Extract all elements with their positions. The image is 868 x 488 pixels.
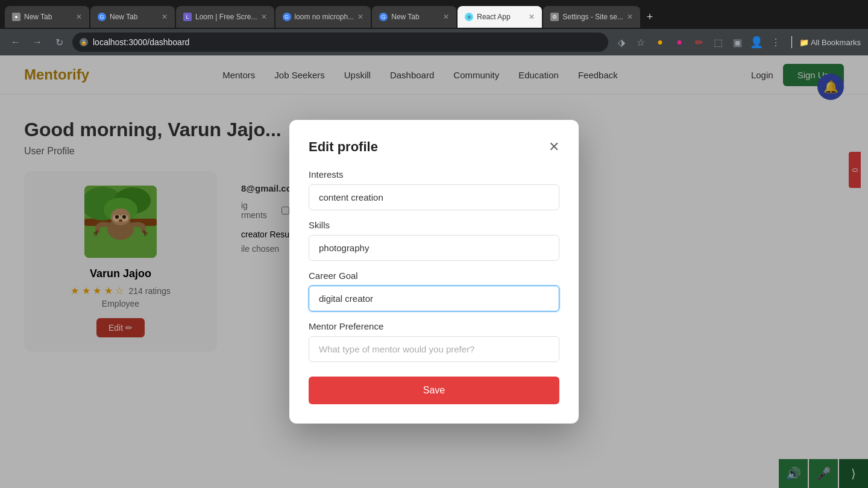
lock-icon: 🔒 — [80, 38, 88, 46]
interests-label: Interests — [309, 169, 559, 180]
browser-tab-7[interactable]: ⚙ Settings - Site se... ✕ — [543, 6, 640, 28]
tab-close-2[interactable]: ✕ — [162, 13, 168, 21]
career-goal-group: Career Goal — [309, 271, 559, 311]
tab-title-6: React App — [477, 13, 510, 21]
tab-title-2: New Tab — [110, 13, 137, 21]
toolbar-actions: ⬗ ☆ ● ● ✏ ⬚ ▣ 👤 ⋮ — [613, 34, 784, 51]
page: Mentorify Mentors Job Seekers Upskill Da… — [0, 55, 868, 488]
tab-title-3: Loom | Free Scre... — [195, 13, 257, 21]
extension-icon-1[interactable]: ● — [671, 34, 688, 51]
cast-icon[interactable]: ⬗ — [613, 34, 630, 51]
mentor-preference-label: Mentor Preference — [309, 321, 559, 331]
browser-tab-4[interactable]: G loom no microph... ✕ — [275, 6, 371, 28]
menu-button[interactable]: ⋮ — [767, 34, 784, 51]
tab-favicon-6: ⚛ — [465, 13, 473, 21]
browser-tab-6[interactable]: ⚛ React App ✕ — [458, 6, 542, 28]
browser-tab-3[interactable]: L Loom | Free Scre... ✕ — [176, 6, 274, 28]
profile-icon[interactable]: ● — [652, 34, 668, 51]
browser-chrome: ● New Tab ✕ G New Tab ✕ L Loom | Free Sc… — [0, 0, 868, 55]
user-avatar[interactable]: 👤 — [748, 34, 765, 51]
forward-button[interactable]: → — [29, 34, 46, 51]
tab-favicon-4: G — [283, 13, 291, 21]
toolbar-divider — [791, 36, 792, 48]
tab-title-1: New Tab — [24, 13, 52, 21]
tab-close-5[interactable]: ✕ — [443, 13, 449, 21]
skills-label: Skills — [309, 220, 559, 230]
bookmark-icon[interactable]: ☆ — [632, 34, 649, 51]
tab-close-4[interactable]: ✕ — [357, 13, 363, 21]
tab-favicon-3: L — [183, 13, 192, 21]
address-bar[interactable]: 🔒 localhost:3000/dashboard — [72, 33, 608, 52]
url-text: localhost:3000/dashboard — [93, 37, 189, 47]
tab-favicon-7: ⚙ — [550, 13, 559, 21]
extension-icon-2[interactable]: ✏ — [690, 34, 707, 51]
mentor-preference-input[interactable] — [309, 336, 559, 362]
browser-tabs: ● New Tab ✕ G New Tab ✕ L Loom | Free Sc… — [0, 0, 868, 29]
save-button[interactable]: Save — [309, 377, 559, 404]
modal-header: Edit profile ✕ — [309, 139, 559, 155]
browser-tab-2[interactable]: G New Tab ✕ — [90, 6, 175, 28]
interests-input[interactable] — [309, 184, 559, 210]
back-button[interactable]: ← — [7, 34, 24, 51]
edit-profile-modal: Edit profile ✕ Interests Skills Career G… — [289, 120, 579, 424]
browser-tab-5[interactable]: G New Tab ✕ — [372, 6, 456, 28]
tab-favicon-5: G — [379, 13, 388, 21]
tab-close-3[interactable]: ✕ — [261, 13, 267, 21]
tab-title-4: loom no microph... — [295, 13, 354, 21]
modal-close-button[interactable]: ✕ — [549, 140, 559, 154]
tab-title-7: Settings - Site se... — [562, 13, 623, 21]
career-goal-input[interactable] — [309, 286, 559, 311]
tab-favicon-2: G — [98, 13, 106, 21]
reload-button[interactable]: ↻ — [51, 34, 68, 51]
tab-close-7[interactable]: ✕ — [627, 13, 633, 21]
career-goal-label: Career Goal — [309, 271, 559, 281]
tab-title-5: New Tab — [391, 13, 419, 21]
mentor-preference-group: Mentor Preference — [309, 321, 559, 362]
tab-close-1[interactable]: ✕ — [76, 13, 82, 21]
skills-group: Skills — [309, 220, 559, 261]
bookmarks-label: 📁 All Bookmarks — [799, 38, 861, 47]
skills-input[interactable] — [309, 235, 559, 261]
browser-tab-1[interactable]: ● New Tab ✕ — [5, 6, 89, 28]
sidebar-icon[interactable]: ▣ — [729, 34, 746, 51]
tab-close-6[interactable]: ✕ — [529, 13, 535, 21]
browser-toolbar: ← → ↻ 🔒 localhost:3000/dashboard ⬗ ☆ ● ●… — [0, 29, 868, 55]
tab-favicon-1: ● — [12, 13, 20, 21]
interests-group: Interests — [309, 169, 559, 210]
modal-title: Edit profile — [309, 139, 378, 155]
extensions-icon[interactable]: ⬚ — [709, 34, 726, 51]
new-tab-button[interactable]: + — [641, 8, 658, 25]
